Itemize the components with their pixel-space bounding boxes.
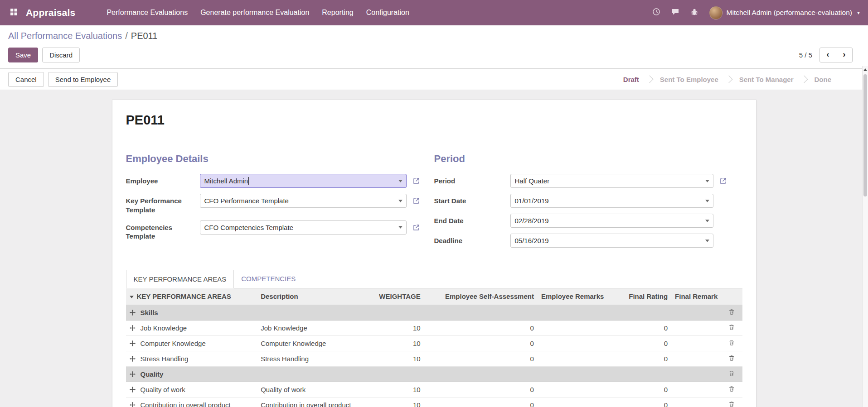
trash-button[interactable]	[728, 340, 735, 346]
cell-weightage[interactable]: 10	[370, 351, 424, 366]
external-link-button[interactable]	[719, 177, 727, 185]
pager-previous-button[interactable]: ‹	[820, 48, 836, 62]
drag-icon[interactable]	[130, 402, 136, 407]
cell-employee-self-assessment[interactable]: 0	[424, 335, 538, 351]
column-header-final-rating[interactable]: Final Rating	[609, 288, 671, 305]
cell-final-remark[interactable]	[671, 335, 721, 351]
drag-icon[interactable]	[130, 340, 136, 346]
menu-configuration[interactable]: Configuration	[360, 5, 415, 21]
clock-systray-button[interactable]	[648, 5, 665, 21]
trash-button[interactable]	[728, 324, 735, 330]
breadcrumb-parent-link[interactable]: All Performance Evaluations	[8, 31, 122, 41]
vertical-scrollbar[interactable]	[862, 66, 868, 407]
drag-icon[interactable]	[130, 356, 136, 362]
cell-final-rating[interactable]: 0	[609, 335, 671, 351]
column-header-employee-self-assessment[interactable]: Employee Self-Assessment	[424, 288, 538, 305]
pager-next-button[interactable]: ›	[836, 48, 853, 62]
cell-key-performance-areas[interactable]: Job Knowledge	[126, 320, 257, 335]
cell-employee-remarks[interactable]	[538, 320, 609, 335]
field-input-start-date[interactable]: 01/01/2019	[510, 194, 713, 208]
cell-employee-remarks[interactable]	[538, 397, 609, 407]
column-header-key-performance-areas[interactable]: KEY PERFORMANCE AREAS	[126, 288, 257, 305]
cell-key-performance-areas[interactable]: Quality of work	[126, 382, 257, 397]
cell-description[interactable]: Quality of work	[257, 382, 370, 397]
cell-key-performance-areas[interactable]: Computer Knowledge	[126, 335, 257, 351]
trash-button[interactable]	[728, 401, 735, 407]
save-button[interactable]: Save	[8, 48, 38, 62]
apps-grid-icon[interactable]	[8, 6, 19, 19]
cell-employee-self-assessment[interactable]: 0	[424, 397, 538, 407]
field-input-employee[interactable]: Mitchell Admin	[200, 174, 407, 188]
trash-button[interactable]	[728, 386, 735, 392]
column-header-label: KEY PERFORMANCE AREAS	[137, 292, 231, 300]
cell-final-rating[interactable]: 0	[609, 382, 671, 397]
column-header-weightage[interactable]: WEIGHTAGE	[370, 288, 424, 305]
cell-description[interactable]: Stress Handling	[257, 351, 370, 366]
menu-generate-performance-evaluation[interactable]: Generate performance Evaluation	[194, 5, 315, 21]
trash-button[interactable]	[728, 355, 735, 361]
cell-final-remark[interactable]	[671, 382, 721, 397]
group-label-cell[interactable]: Quality	[126, 366, 257, 382]
menu-reporting[interactable]: Reporting	[316, 5, 359, 21]
status-step-sent-to-employee[interactable]: Sent To Employee	[652, 76, 726, 83]
trash-button[interactable]	[728, 309, 735, 315]
cancel-button[interactable]: Cancel	[8, 72, 44, 87]
status-step-draft[interactable]: Draft	[616, 76, 647, 83]
app-name[interactable]: Appraisals	[26, 7, 75, 18]
row-name: Quality of work	[141, 386, 185, 393]
cell-employee-remarks[interactable]	[538, 351, 609, 366]
cell-final-rating[interactable]: 0	[609, 351, 671, 366]
status-step-sent-to-manager[interactable]: Sent To Manager	[732, 76, 801, 83]
status-step-done[interactable]: Done	[807, 76, 839, 83]
scrollbar-thumb[interactable]	[863, 74, 867, 196]
cell-final-remark[interactable]	[671, 351, 721, 366]
external-link-button[interactable]	[412, 177, 420, 185]
column-header-final-remark[interactable]: Final Remark	[671, 288, 721, 305]
cell-weightage[interactable]: 10	[370, 382, 424, 397]
external-link-button[interactable]	[412, 224, 420, 231]
cell-employee-self-assessment[interactable]: 0	[424, 382, 538, 397]
field-input-key-performance-template[interactable]: CFO Performance Template	[200, 194, 407, 208]
cell-final-remark[interactable]	[671, 397, 721, 407]
menu-performance-evaluations[interactable]: Performance Evaluations	[101, 5, 194, 21]
drag-icon[interactable]	[130, 325, 136, 331]
cell-key-performance-areas[interactable]: Stress Handling	[126, 351, 257, 366]
user-menu[interactable]: Mitchell Admin (performance-evaluation) …	[709, 6, 860, 19]
cell-weightage[interactable]: 10	[370, 335, 424, 351]
chat-systray-button[interactable]	[667, 5, 684, 21]
cell-description[interactable]: Contribution in overall product	[257, 397, 370, 407]
group-label-cell[interactable]: Skills	[126, 305, 257, 320]
cell-final-remark[interactable]	[671, 320, 721, 335]
column-header-employee-remarks[interactable]: Employee Remarks	[538, 288, 609, 305]
cell-key-performance-areas[interactable]: Contribution in overall product	[126, 397, 257, 407]
cell-weightage[interactable]: 10	[370, 320, 424, 335]
drag-icon[interactable]	[130, 387, 136, 393]
field-input-period[interactable]: Half Quater	[510, 174, 713, 188]
field-input-end-date[interactable]: 02/28/2019	[510, 214, 713, 228]
tab-competencies[interactable]: COMPETENCIES	[234, 270, 303, 288]
cell-employee-self-assessment[interactable]: 0	[424, 320, 538, 335]
cell-weightage[interactable]: 10	[370, 397, 424, 407]
send-to-employee-button[interactable]: Send to Employee	[48, 72, 118, 87]
bug-systray-button[interactable]	[686, 5, 703, 21]
cell-final-rating[interactable]: 0	[609, 320, 671, 335]
caret-down-icon	[705, 180, 709, 182]
column-header-description[interactable]: Description	[257, 288, 370, 305]
scroll-up-arrow-icon[interactable]	[863, 68, 867, 71]
drag-icon[interactable]	[130, 310, 136, 316]
external-link-button[interactable]	[412, 197, 420, 205]
cell-description[interactable]: Job Knowledge	[257, 320, 370, 335]
trash-button[interactable]	[728, 370, 735, 377]
cell-description[interactable]: Computer Knowledge	[257, 335, 370, 351]
field-input-competencies-template[interactable]: CFO Competencies Template	[200, 220, 407, 235]
cell-employee-self-assessment[interactable]: 0	[424, 351, 538, 366]
tab-key-performance-areas[interactable]: KEY PERFORMANCE AREAS	[126, 270, 234, 288]
field-input-deadline[interactable]: 05/16/2019	[510, 234, 713, 248]
discard-button[interactable]: Discard	[42, 48, 80, 62]
group-empty-cell	[424, 305, 538, 320]
cell-employee-remarks[interactable]	[538, 382, 609, 397]
field-value-employee: Mitchell Admin	[204, 177, 248, 185]
cell-final-rating[interactable]: 0	[609, 397, 671, 407]
drag-icon[interactable]	[130, 371, 136, 377]
cell-employee-remarks[interactable]	[538, 335, 609, 351]
